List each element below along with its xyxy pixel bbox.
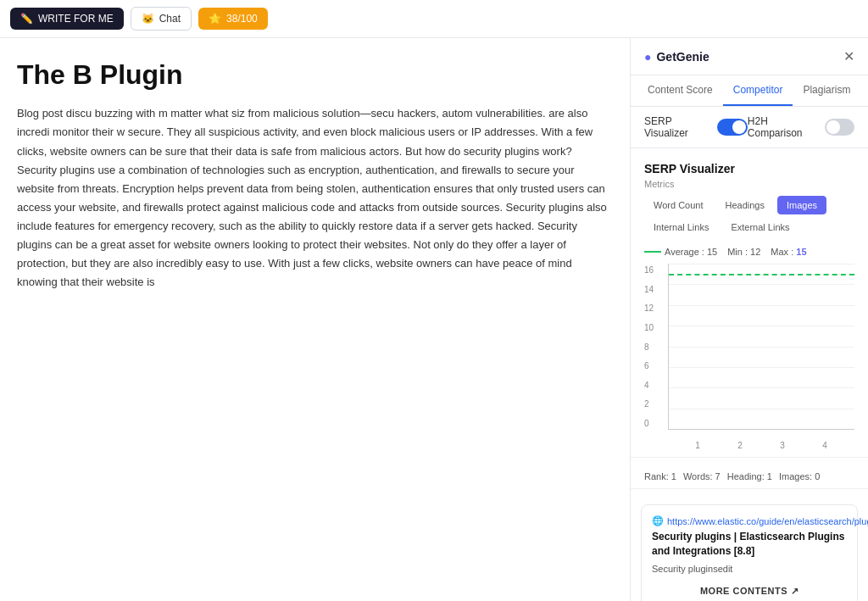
panel-scroll[interactable]: SERP Visualizer Metrics Word Count Headi… xyxy=(631,148,868,601)
tab-content-score[interactable]: Content Score xyxy=(637,75,723,106)
main-layout: The B Plugin Blog post discu buzzing wit… xyxy=(0,38,868,601)
editor-title: The B Plugin xyxy=(17,58,613,91)
editor-body[interactable]: Blog post discu buzzing with m matter wh… xyxy=(17,104,613,292)
max-label: Max : 15 xyxy=(771,247,806,257)
words-1: Words: 7 xyxy=(683,471,721,481)
logo-icon: ● xyxy=(644,50,651,64)
rank-1: Rank: 1 xyxy=(644,471,676,481)
result-1-stats-row: Rank: 1 Words: 7 Heading: 1 Images: 0 xyxy=(631,457,868,496)
h2h-comparison-toggle[interactable] xyxy=(825,119,854,136)
globe-icon-1: 🌐 xyxy=(652,515,664,526)
more-contents-btn-1[interactable]: MORE CONTENTS ↗ xyxy=(652,582,847,600)
chat-button[interactable]: 🐱 Chat xyxy=(131,7,192,31)
write-for-me-label: WRITE FOR ME xyxy=(38,13,114,25)
score-label: 38/100 xyxy=(226,13,258,25)
write-for-me-button[interactable]: ✏️ WRITE FOR ME xyxy=(10,8,124,30)
right-panel: ● GetGenie ✕ Content Score Competitor Pl… xyxy=(631,38,868,601)
serp-visualizer-toggle[interactable] xyxy=(717,119,747,136)
chart-area xyxy=(668,264,854,430)
metric-tab-external-links[interactable]: External Links xyxy=(721,218,798,237)
star-icon: ⭐ xyxy=(209,13,221,25)
metric-tab-headings[interactable]: Headings xyxy=(716,196,774,214)
toggle-row: SERP Visualizer H2H Comparison xyxy=(631,107,868,148)
panel-header: ● GetGenie ✕ xyxy=(631,38,868,75)
chat-icon: 🐱 xyxy=(142,13,154,25)
serp-visualizer-toggle-label: SERP Visualizer xyxy=(644,115,717,139)
panel-tabs: Content Score Competitor Plagiarism xyxy=(631,75,868,107)
metric-tab-images[interactable]: Images xyxy=(777,196,826,214)
result-card-1: 🌐 https://www.elastic.co/guide/en/elasti… xyxy=(641,504,858,601)
h2h-comparison-toggle-label: H2H Comparison xyxy=(748,115,825,139)
metric-tab-word-count[interactable]: Word Count xyxy=(644,196,713,214)
chat-label: Chat xyxy=(159,13,181,25)
metric-tabs: Word Count Headings Images Internal Link… xyxy=(644,196,854,237)
serp-title: SERP Visualizer xyxy=(644,162,854,175)
max-value: 15 xyxy=(796,247,806,257)
result-title-1: Security plugins | Elasticsearch Plugins… xyxy=(652,530,847,559)
average-line-indicator xyxy=(644,251,661,253)
average-stat: Average : 15 xyxy=(644,247,717,257)
min-label: Min : 12 xyxy=(727,247,760,257)
serp-visualizer-section: SERP Visualizer Metrics Word Count Headi… xyxy=(631,148,868,457)
heading-1: Heading: 1 xyxy=(727,471,772,481)
toolbar: ✏️ WRITE FOR ME 🐱 Chat ⭐ 38/100 xyxy=(0,0,868,38)
chart-stats: Average : 15 Min : 12 Max : 15 xyxy=(644,247,854,257)
tab-plagiarism[interactable]: Plagiarism xyxy=(793,75,860,106)
score-button[interactable]: ⭐ 38/100 xyxy=(198,8,268,30)
average-label: Average : 15 xyxy=(665,247,717,257)
serp-metrics-label: Metrics xyxy=(644,179,854,189)
bars-group xyxy=(669,264,854,429)
metric-tab-internal-links[interactable]: Internal Links xyxy=(644,218,718,237)
tab-competitor[interactable]: Competitor xyxy=(723,75,793,106)
panel-logo: ● GetGenie xyxy=(644,50,709,64)
result-snippet-1: Security pluginsedit xyxy=(652,562,847,576)
images-1: Images: 0 xyxy=(779,471,820,481)
x-axis-labels: 1 2 3 4 xyxy=(668,441,854,450)
pencil-icon: ✏️ xyxy=(20,13,33,25)
result-url-1: 🌐 https://www.elastic.co/guide/en/elasti… xyxy=(652,515,847,526)
y-axis: 16 14 12 10 8 6 4 2 0 xyxy=(644,264,654,430)
bar-chart-container: 16 14 12 10 8 6 4 2 0 xyxy=(644,264,854,450)
close-button[interactable]: ✕ xyxy=(843,48,854,64)
editor-area: The B Plugin Blog post discu buzzing wit… xyxy=(0,38,631,601)
